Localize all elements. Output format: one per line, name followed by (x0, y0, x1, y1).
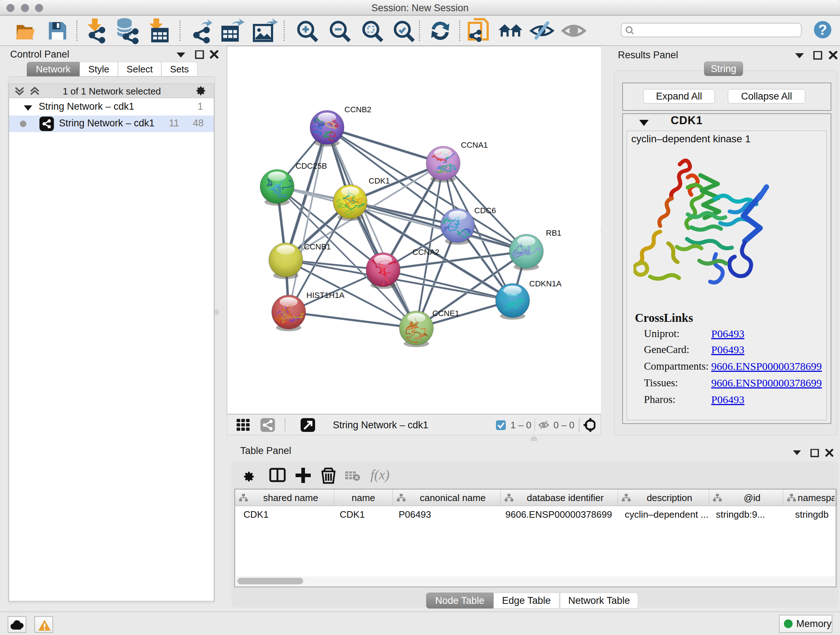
svg-text:CDK1: CDK1 (369, 176, 390, 185)
svg-text:CCNB2: CCNB2 (344, 105, 371, 114)
svg-text:CDC25B: CDC25B (295, 162, 327, 171)
svg-text:f(x): f(x) (370, 467, 390, 483)
svg-text:RB1: RB1 (546, 228, 561, 238)
svg-text:HIST1H1A: HIST1H1A (306, 291, 344, 300)
svg-text:String Network – cdk1: String Network – cdk1 (333, 420, 428, 431)
svg-text:CCNE1: CCNE1 (432, 309, 459, 318)
svg-text:0 – 0: 0 – 0 (554, 420, 575, 431)
svg-text:CCNB1: CCNB1 (304, 242, 331, 251)
svg-text:CCNA1: CCNA1 (461, 141, 488, 149)
svg-text:1 – 0: 1 – 0 (510, 420, 531, 431)
svg-text:CCNA2: CCNA2 (412, 248, 439, 257)
svg-text:CDC6: CDC6 (474, 206, 496, 215)
svg-text:CDKN1A: CDKN1A (529, 279, 562, 288)
